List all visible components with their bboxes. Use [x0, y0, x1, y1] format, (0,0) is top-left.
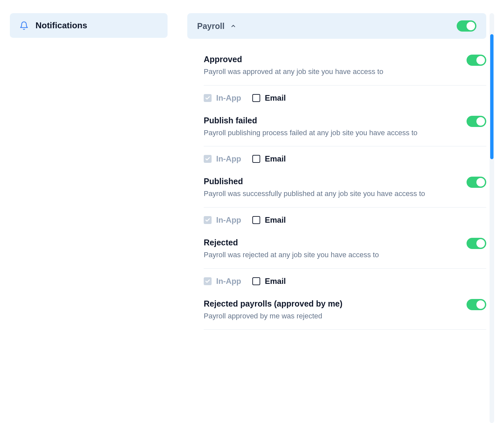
checkbox-email[interactable]: [252, 155, 260, 163]
notification-item-description: Payroll was approved at any job site you…: [204, 67, 457, 77]
notification-item-title: Approved: [204, 55, 457, 64]
notification-item-head: Rejected payrolls (approved by me)Payrol…: [204, 299, 486, 330]
channel-inapp-label: In-App: [216, 154, 241, 163]
checkbox-inapp: [204, 94, 212, 102]
channel-inapp: In-App: [204, 277, 241, 286]
notification-item-title: Rejected payrolls (approved by me): [204, 299, 457, 309]
channel-email-label: Email: [265, 277, 286, 286]
channel-email-label: Email: [265, 93, 286, 103]
sidebar: Notifications: [10, 13, 168, 423]
notification-item-toggle[interactable]: [467, 116, 486, 127]
sidebar-item-label: Notifications: [35, 20, 87, 31]
channel-inapp-label: In-App: [216, 277, 241, 286]
notification-item-texts: PublishedPayroll was successfully publis…: [204, 177, 457, 199]
notification-channels: In-AppEmail: [204, 146, 486, 167]
channel-inapp: In-App: [204, 154, 241, 163]
scrollbar-thumb[interactable]: [490, 34, 493, 159]
channel-email-label: Email: [265, 215, 286, 225]
notification-item-toggle[interactable]: [467, 238, 486, 249]
channel-inapp-label: In-App: [216, 93, 241, 103]
notification-item-description: Payroll was rejected at any job site you…: [204, 250, 457, 260]
notification-item-texts: RejectedPayroll was rejected at any job …: [204, 238, 457, 260]
channel-inapp: In-App: [204, 93, 241, 103]
channel-email: Email: [252, 154, 286, 163]
notification-item-description: Payroll publishing process failed at any…: [204, 128, 457, 138]
notification-channels: In-AppEmail: [204, 86, 486, 106]
divider: [204, 329, 486, 330]
section-enable-toggle[interactable]: [457, 20, 476, 32]
notification-item-toggle[interactable]: [467, 299, 486, 310]
notification-item-head: Publish failedPayroll publishing process…: [204, 116, 486, 146]
bell-icon: [19, 21, 29, 31]
scrollbar-track[interactable]: [490, 13, 494, 423]
channel-inapp-label: In-App: [216, 215, 241, 225]
notification-item-title: Publish failed: [204, 116, 457, 125]
notification-item-texts: Publish failedPayroll publishing process…: [204, 116, 457, 138]
notification-item-texts: ApprovedPayroll was approved at any job …: [204, 55, 457, 77]
checkbox-inapp: [204, 216, 212, 224]
notification-item-toggle[interactable]: [467, 177, 486, 188]
notification-item-head: RejectedPayroll was rejected at any job …: [204, 238, 486, 268]
notification-item-title: Published: [204, 177, 457, 186]
section-header-payroll: Payroll: [187, 13, 486, 39]
notification-item-texts: Rejected payrolls (approved by me)Payrol…: [204, 299, 457, 321]
notification-item-head: ApprovedPayroll was approved at any job …: [204, 55, 486, 85]
notification-channels: In-AppEmail: [204, 208, 486, 228]
checkbox-email[interactable]: [252, 277, 260, 285]
checkbox-inapp: [204, 277, 212, 285]
sidebar-item-notifications[interactable]: Notifications: [10, 13, 168, 38]
notification-item: PublishedPayroll was successfully publis…: [204, 167, 486, 228]
chevron-up-icon: [230, 23, 236, 29]
channel-inapp: In-App: [204, 215, 241, 225]
channel-email: Email: [252, 277, 286, 286]
notification-item-description: Payroll approved by me was rejected: [204, 311, 457, 321]
main-panel: Payroll ApprovedPayroll was approved at …: [187, 13, 494, 423]
notification-item-title: Rejected: [204, 238, 457, 247]
notification-item-head: PublishedPayroll was successfully publis…: [204, 177, 486, 207]
notification-item: RejectedPayroll was rejected at any job …: [204, 228, 486, 289]
notification-item-description: Payroll was successfully published at an…: [204, 189, 457, 199]
notification-item: Publish failedPayroll publishing process…: [204, 106, 486, 167]
channel-email: Email: [252, 215, 286, 225]
notification-item: ApprovedPayroll was approved at any job …: [204, 45, 486, 106]
checkbox-email[interactable]: [252, 94, 260, 102]
notification-item-toggle[interactable]: [467, 55, 486, 66]
checkbox-email[interactable]: [252, 216, 260, 224]
notification-channels: In-AppEmail: [204, 269, 486, 289]
channel-email: Email: [252, 93, 286, 103]
section-toggle-expand[interactable]: Payroll: [197, 21, 236, 31]
checkbox-inapp: [204, 155, 212, 163]
channel-email-label: Email: [265, 154, 286, 163]
notification-item: Rejected payrolls (approved by me)Payrol…: [204, 289, 486, 330]
section-title: Payroll: [197, 21, 224, 31]
